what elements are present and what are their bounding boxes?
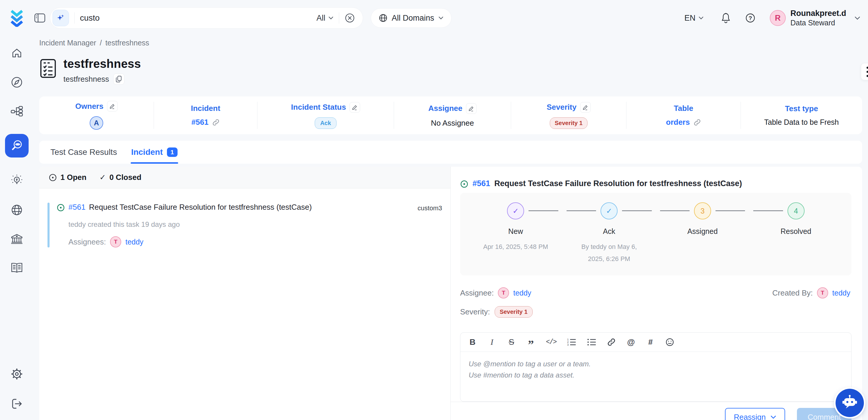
emoji-icon[interactable]	[665, 336, 674, 348]
assignee-avatar[interactable]: T	[498, 287, 509, 299]
link-icon[interactable]	[212, 119, 220, 126]
incident-status-label: Incident Status	[291, 102, 346, 112]
assignee-name-link[interactable]: teddy	[513, 289, 531, 297]
topbar: All All Domains EN	[0, 0, 868, 36]
step-assigned: 3 Assigned	[656, 202, 749, 265]
assignee-avatar[interactable]: T	[110, 236, 121, 247]
incident-tag: custom3	[417, 203, 442, 212]
step-new: ✓ New Apr 16, 2025, 5:48 PM	[469, 202, 562, 265]
language-label: EN	[684, 13, 695, 23]
incident-label: Incident	[191, 104, 220, 113]
created-by-label: Created By:	[772, 289, 813, 298]
sidebar-item-docs-book-icon[interactable]	[10, 262, 24, 274]
edit-assignee-pencil-icon[interactable]	[466, 103, 476, 114]
detail-created-by: Created By: T teddy	[772, 287, 850, 299]
chatbot-fab-robot-icon[interactable]	[836, 389, 864, 417]
table-link[interactable]: orders	[666, 118, 690, 127]
incident-list-column: 1 Open ✓ 0 Closed	[39, 167, 451, 420]
table-label: Table	[674, 104, 693, 113]
reassign-button[interactable]: Reassign	[725, 408, 785, 420]
open-count[interactable]: 1 Open	[49, 173, 86, 182]
open-status-icon	[460, 180, 468, 188]
creator-name-link[interactable]: teddy	[832, 289, 850, 297]
mention-icon[interactable]: @	[626, 336, 635, 348]
user-menu-chevron-icon[interactable]	[855, 16, 860, 20]
search-input[interactable]	[80, 13, 316, 23]
detail-incident-id-link[interactable]: #561	[472, 179, 490, 188]
domains-dropdown[interactable]: All Domains	[371, 8, 452, 28]
incident-panel: 1 Open ✓ 0 Closed	[39, 167, 862, 420]
chevron-down-icon	[699, 16, 704, 20]
search-scope-dropdown[interactable]: All	[316, 13, 334, 23]
copy-icon[interactable]	[113, 73, 124, 85]
owner-avatar[interactable]: A	[90, 116, 103, 130]
tab-incident[interactable]: Incident 1	[131, 141, 178, 164]
tab-bar: Test Case Results Incident 1	[39, 141, 862, 164]
edit-owners-pencil-icon[interactable]	[107, 101, 118, 112]
sidebar-item-home-icon[interactable]	[11, 47, 23, 60]
sidebar-item-lineage-icon[interactable]	[10, 105, 23, 117]
step-resolved-circle: 4	[787, 202, 805, 219]
detail-assignee: Assignee: T teddy	[460, 287, 531, 299]
help-icon[interactable]: ?	[745, 13, 756, 23]
sidebar-item-monitoring-icon[interactable]	[5, 134, 29, 157]
incident-count-badge: 1	[167, 148, 178, 157]
table-cell: Table orders	[626, 102, 741, 129]
notifications-bell-icon[interactable]	[721, 12, 731, 24]
check-icon: ✓	[99, 173, 106, 182]
link-icon[interactable]	[607, 336, 616, 348]
code-icon[interactable]: </>	[546, 336, 556, 348]
bullet-list-icon[interactable]	[587, 336, 596, 348]
severity-badge: Severity 1	[550, 117, 588, 129]
bold-icon[interactable]: B	[468, 336, 477, 348]
logout-icon[interactable]	[11, 398, 23, 410]
incident-detail-column: #561 Request TestCase Failure Resolution…	[451, 167, 862, 420]
comment-editor: B I S ” </> 123	[460, 332, 851, 402]
edit-severity-pencil-icon[interactable]	[580, 102, 591, 113]
hashtag-icon[interactable]: #	[646, 336, 655, 348]
language-dropdown[interactable]: EN	[684, 13, 704, 23]
app-root: All All Domains EN	[0, 0, 868, 420]
page-subtitle: testfreshness	[63, 74, 109, 84]
sidebar-item-governance-bank-icon[interactable]	[10, 233, 23, 245]
clear-search-icon[interactable]	[344, 13, 355, 23]
assignee-name-link[interactable]: teddy	[125, 238, 143, 246]
closed-count[interactable]: ✓ 0 Closed	[99, 173, 141, 182]
severity-label: Severity	[547, 102, 576, 112]
sidebar-toggle-icon[interactable]	[33, 11, 46, 25]
edit-status-pencil-icon[interactable]	[349, 102, 360, 113]
editor-placeholder-line2: Use #mention to tag a data asset.	[469, 371, 843, 380]
link-icon[interactable]	[693, 119, 701, 126]
page-title: testfreshness	[63, 57, 141, 70]
tab-test-case-results[interactable]: Test Case Results	[50, 141, 118, 164]
sidebar-item-web-globe-icon[interactable]	[10, 204, 23, 216]
comment-input[interactable]: Use @mention to tag a user or a team. Us…	[460, 352, 851, 401]
incident-number-link[interactable]: #561	[191, 118, 209, 127]
svg-text:?: ?	[749, 15, 752, 21]
test-type-label: Test type	[785, 104, 818, 113]
assignee-cell: Assignee No Assignee	[394, 102, 511, 129]
creator-avatar[interactable]: T	[817, 287, 828, 299]
incident-title: Request TestCase Failure Resolution for …	[89, 203, 312, 212]
incident-id-link[interactable]: #561	[68, 203, 86, 212]
more-actions-kebab-icon[interactable]	[861, 63, 868, 80]
step-assigned-circle: 3	[694, 202, 711, 219]
sidebar-item-explore-compass-icon[interactable]	[11, 76, 23, 88]
owners-label: Owners	[75, 102, 103, 111]
breadcrumb-current: testfreshness	[105, 39, 149, 47]
sidebar-item-insights-bulb-icon[interactable]	[10, 174, 23, 187]
divider	[339, 12, 339, 24]
app-logo-icon[interactable]	[0, 9, 33, 27]
step-resolved: 4 Resolved	[749, 202, 843, 265]
ordered-list-icon[interactable]: 123	[567, 336, 576, 348]
incident-status-cell: Incident Status Ack	[257, 102, 394, 129]
user-avatar[interactable]: R	[770, 10, 786, 26]
checklist-icon	[39, 58, 57, 79]
strikethrough-icon[interactable]: S	[507, 336, 516, 348]
italic-icon[interactable]: I	[488, 336, 496, 348]
status-badge: Ack	[315, 117, 337, 129]
breadcrumb-parent[interactable]: Incident Manager	[39, 39, 96, 47]
settings-gear-icon[interactable]	[10, 367, 23, 381]
incident-list-item[interactable]: #561 Request TestCase Failure Resolution…	[39, 203, 451, 247]
blockquote-icon[interactable]: ”	[526, 336, 535, 348]
